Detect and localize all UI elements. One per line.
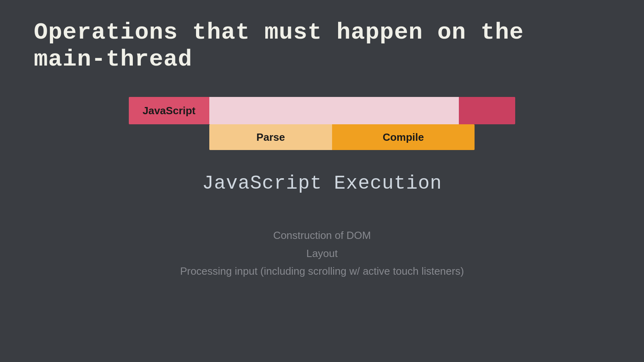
parse-block: Parse — [209, 124, 332, 150]
red-end-block — [459, 97, 515, 124]
diagram-area: JavaScript Parse Compile JavaScript Exec… — [0, 97, 644, 280]
js-execution-label: JavaScript Execution — [202, 173, 442, 194]
bottom-row: Parse Compile — [209, 124, 515, 150]
bottom-item-1: Construction of DOM — [180, 226, 464, 244]
bottom-item-3: Processing input (including scrolling w/… — [180, 262, 464, 280]
pink-wide-block — [209, 97, 459, 124]
javascript-block: JavaScript — [129, 97, 209, 124]
page-title: Operations that must happen on the main-… — [0, 0, 644, 73]
bars-container: JavaScript Parse Compile — [129, 97, 515, 150]
bottom-item-2: Layout — [180, 245, 464, 262]
top-row: JavaScript — [129, 97, 515, 124]
compile-block: Compile — [332, 124, 475, 150]
bottom-list: Construction of DOM Layout Processing in… — [180, 226, 464, 280]
